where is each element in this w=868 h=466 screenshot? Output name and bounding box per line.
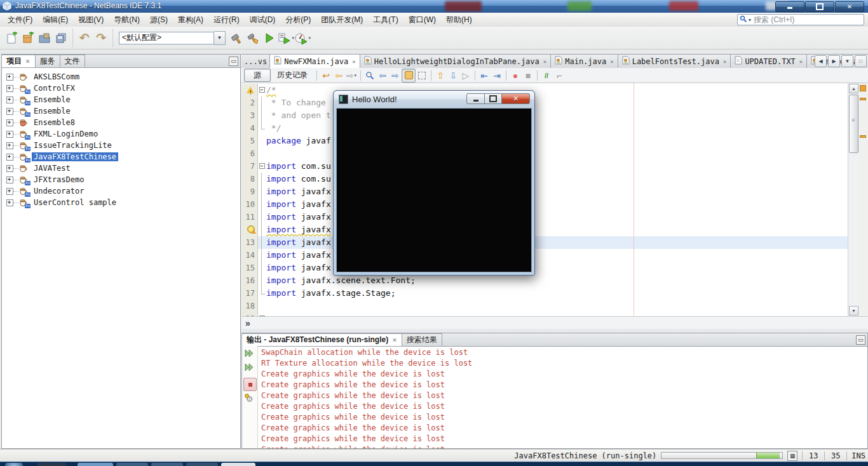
stop-macro-icon[interactable]: ■ — [522, 69, 534, 82]
next-bookmark-icon[interactable]: ⇩ — [447, 69, 459, 82]
taskbar-button[interactable] — [151, 463, 183, 466]
menu-item-5[interactable]: 源(S) — [145, 13, 173, 27]
menu-item-9[interactable]: 分析(P) — [280, 13, 316, 27]
menu-item-13[interactable]: 帮助(H) — [441, 13, 477, 27]
menu-item-7[interactable]: 运行(R) — [208, 13, 245, 27]
taskbar-button[interactable] — [186, 463, 218, 466]
record-macro-icon[interactable]: ● — [509, 69, 522, 82]
tree-item-usercontrol-sample[interactable]: FxUserControl sample — [2, 197, 240, 208]
hint-bulb-icon[interactable] — [247, 225, 255, 233]
source-view-button[interactable]: 源 — [244, 69, 271, 82]
editor-tab-close-icon[interactable]: ✕ — [352, 58, 355, 65]
find-selection-icon[interactable] — [363, 69, 376, 82]
expand-toggle-icon[interactable] — [6, 85, 13, 92]
projects-tab-close-icon[interactable]: ✕ — [25, 58, 31, 65]
expand-toggle-icon[interactable] — [6, 176, 13, 183]
forward-icon[interactable]: ⇨▾ — [345, 69, 358, 82]
taskbar-button[interactable] — [78, 463, 113, 466]
tree-item-issuetrackinglite[interactable]: FxIssueTrackingLite — [2, 140, 240, 151]
scroll-up-arrow-icon[interactable]: ▲ — [849, 84, 858, 93]
taskbar-button-active[interactable] — [221, 463, 255, 466]
editor-tabs-scroll-left-button[interactable]: ◀ — [815, 55, 827, 67]
process-list-button[interactable]: ▦ — [787, 451, 797, 461]
last-edit-icon[interactable]: ↩ — [320, 69, 332, 82]
tree-item-ensemble8[interactable]: Ensemble8 — [2, 117, 240, 128]
prev-occurrence-icon[interactable]: ⇦ — [376, 69, 389, 82]
editor-tabs-tab-list-button[interactable]: ▼ — [841, 55, 853, 67]
tree-item-fxml-logindemo[interactable]: FxFXML-LoginDemo — [2, 128, 240, 140]
expand-toggle-icon[interactable] — [6, 74, 13, 81]
expand-toggle-icon[interactable] — [6, 108, 13, 115]
error-stripe-mark[interactable] — [860, 98, 866, 100]
editor-tab-6[interactable]: UPDATED.TXT✕ — [730, 54, 807, 68]
dialog-minimize-button[interactable] — [466, 93, 485, 104]
toggle-bookmark-icon[interactable]: ▷ — [459, 69, 472, 82]
save-all-button[interactable] — [53, 30, 69, 46]
editor-tab-close-icon[interactable]: ✕ — [723, 58, 726, 65]
highlight-icon[interactable] — [402, 69, 416, 83]
clean-build-project-button[interactable] — [245, 30, 261, 46]
back-icon[interactable]: ⇦ — [332, 69, 345, 82]
editor-tab-4[interactable]: Main.java✕ — [550, 54, 618, 68]
editor-tab-5[interactable]: LabelFontsTest.java✕ — [618, 54, 731, 68]
windows-taskbar[interactable] — [0, 462, 868, 466]
rerun-with-options-button[interactable] — [243, 361, 255, 373]
error-stripe-summary-mark[interactable] — [860, 85, 866, 91]
taskbar-button[interactable] — [37, 463, 66, 466]
tree-item-ensemble[interactable]: FxEnsemble — [2, 105, 240, 117]
output-tab-2[interactable]: 搜索结果 — [402, 333, 442, 346]
stop-button[interactable] — [243, 378, 257, 391]
profile-dropdown-caret-icon[interactable]: ▾ — [308, 36, 311, 41]
open-project-button[interactable] — [36, 30, 53, 46]
menu-item-1[interactable]: 文件(F) — [3, 13, 37, 27]
menu-item-11[interactable]: 工具(T) — [368, 13, 403, 27]
dialog-titlebar[interactable]: Hello World! ✕ — [334, 91, 534, 108]
menu-item-4[interactable]: 导航(N) — [109, 13, 145, 27]
profile-project-button[interactable]: ▾ — [294, 30, 311, 46]
shift-right-icon[interactable]: ⇥ — [491, 69, 503, 82]
error-stripe[interactable] — [858, 83, 868, 316]
editor-tab-close-icon[interactable]: ✕ — [610, 58, 613, 65]
editor-tabs-maximize-button[interactable]: □ — [855, 55, 867, 67]
debug-project-button[interactable]: ▾ — [278, 30, 294, 46]
menu-item-10[interactable]: 团队开发(M) — [316, 13, 368, 27]
rect-selection-icon[interactable] — [416, 69, 428, 82]
undo-button[interactable]: ↶ — [76, 30, 93, 46]
next-occurrence-icon[interactable]: ⇨ — [389, 69, 402, 82]
expand-toggle-icon[interactable] — [6, 188, 13, 195]
warning-icon[interactable] — [247, 86, 254, 93]
window-restore-button[interactable] — [805, 1, 834, 12]
menu-item-12[interactable]: 窗口(W) — [403, 13, 441, 27]
tree-item-akslbscomm[interactable]: AKSLBSComm — [2, 71, 240, 83]
tree-item-javatest[interactable]: JAVATest — [2, 163, 240, 174]
new-file-button[interactable] — [3, 30, 20, 46]
dialog-maximize-button[interactable] — [485, 93, 502, 104]
output-tab-1[interactable]: 输出 - JavaFX8TestChinese (run-single)✕ — [241, 333, 402, 346]
projects-tab-1[interactable]: 项目✕ — [1, 55, 36, 67]
dialog-close-button[interactable]: ✕ — [502, 93, 530, 104]
run-configuration-combobox[interactable]: <默认配置> ▼ — [119, 32, 226, 44]
projects-panel-minimize-button[interactable]: ▭ — [229, 57, 238, 66]
window-minimize-button[interactable] — [775, 1, 804, 12]
output-tab-close-icon[interactable]: ✕ — [392, 337, 397, 343]
expand-toggle-icon[interactable] — [6, 154, 13, 161]
projects-tab-3[interactable]: 文件 — [60, 55, 85, 67]
new-project-button[interactable] — [20, 30, 36, 46]
search-scope-caret-icon[interactable]: ▾ — [749, 17, 751, 23]
scrollbar-thumb[interactable] — [849, 95, 858, 153]
tree-item-controlfx[interactable]: FxControlFX — [2, 83, 240, 94]
fold-toggle-icon[interactable] — [258, 84, 266, 97]
start-orb[interactable] — [5, 463, 23, 466]
build-project-button[interactable] — [228, 30, 245, 46]
tree-item-jfxtrasdemo[interactable]: FxJFXtrasDemo — [2, 174, 240, 185]
expand-toggle-icon[interactable] — [6, 142, 13, 149]
editor-vertical-scrollbar[interactable]: ▲ ▼ — [848, 83, 858, 316]
editor-tabs-scroll-right-button[interactable]: ▶ — [828, 55, 840, 67]
rerun-button[interactable] — [243, 347, 255, 359]
tree-item-ensemble[interactable]: FxEnsemble — [2, 94, 240, 105]
output-panel-minimize-button[interactable]: ▭ — [856, 335, 865, 345]
uncomment-icon[interactable]: ⌐ — [553, 69, 566, 82]
tree-item-undecorator[interactable]: FxUndecorator — [2, 185, 240, 197]
editor-breadcrumb-bar[interactable]: » — [241, 316, 868, 329]
ant-settings-button[interactable]: ⚙ — [243, 393, 255, 405]
